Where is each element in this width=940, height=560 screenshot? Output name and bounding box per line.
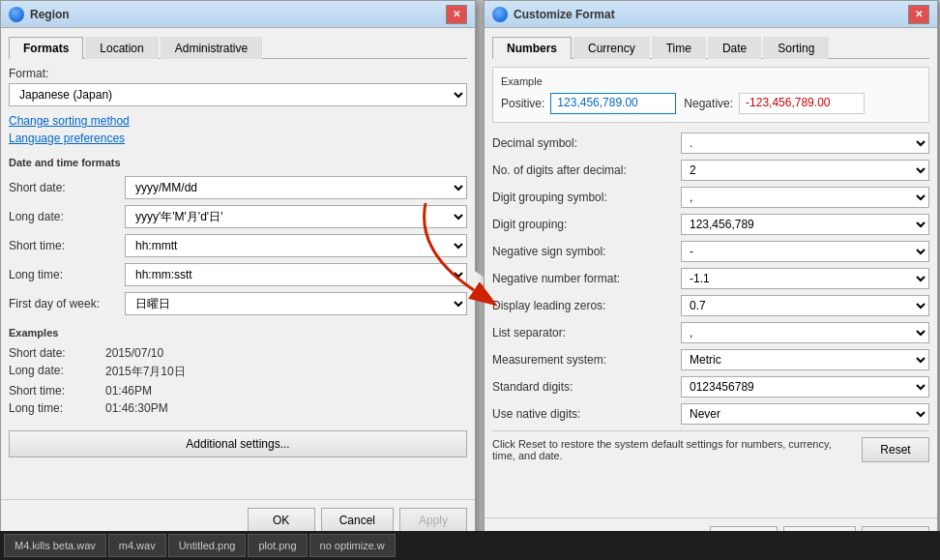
- region-close-button[interactable]: ✕: [446, 5, 467, 24]
- measurement-system-label: Measurement system:: [492, 353, 681, 367]
- region-ok-button[interactable]: OK: [248, 508, 315, 533]
- setting-native-digits: Use native digits: Never: [492, 403, 929, 425]
- long-date-label: Long date:: [9, 210, 125, 223]
- taskbar-item-2[interactable]: Untitled.png: [168, 534, 247, 557]
- leading-zeros-label: Display leading zeros:: [492, 299, 681, 312]
- tab-numbers[interactable]: Numbers: [492, 37, 572, 59]
- short-time-label: Short time:: [9, 239, 125, 252]
- measurement-system-select[interactable]: Metric: [681, 349, 929, 370]
- negative-number-format-select[interactable]: -1.1: [681, 268, 929, 289]
- tab-sorting[interactable]: Sorting: [763, 37, 829, 59]
- example-box-label: Example: [501, 75, 921, 87]
- short-time-example-value: 01:46PM: [105, 384, 467, 398]
- decimal-symbol-label: Decimal symbol:: [492, 136, 681, 150]
- example-row: Positive: 123,456,789.00 Negative: -123,…: [501, 93, 921, 114]
- format-select[interactable]: Japanese (Japan): [9, 83, 467, 106]
- long-time-example-label: Long time:: [9, 401, 105, 415]
- short-date-label: Short date:: [9, 181, 125, 194]
- tab-time[interactable]: Time: [652, 37, 706, 59]
- reset-info-section: Click Reset to restore the system defaul…: [492, 430, 929, 468]
- example-box: Example Positive: 123,456,789.00 Negativ…: [492, 67, 929, 123]
- reset-button[interactable]: Reset: [862, 437, 929, 462]
- customize-icon: [492, 7, 508, 22]
- setting-negative-number-format: Negative number format: -1.1: [492, 268, 929, 289]
- customize-title: Customize Format: [514, 8, 615, 21]
- leading-zeros-select[interactable]: 0.7: [681, 295, 929, 316]
- list-separator-label: List separator:: [492, 326, 681, 339]
- setting-negative-sign-symbol: Negative sign symbol: -: [492, 241, 929, 262]
- customize-tab-bar: Numbers Currency Time Date Sorting: [492, 36, 929, 59]
- reset-info-text: Click Reset to restore the system defaul…: [492, 438, 852, 461]
- taskbar-item-3[interactable]: plot.png: [248, 534, 307, 557]
- long-time-select[interactable]: hh:mm:sstt: [125, 263, 467, 286]
- setting-list-separator: List separator: ,: [492, 322, 929, 343]
- settings-list: Decimal symbol: . No. of digits after de…: [492, 133, 929, 425]
- first-day-label: First day of week:: [9, 297, 125, 310]
- short-date-example-label: Short date:: [9, 346, 105, 360]
- long-date-select[interactable]: yyyy'年'M'月'd'日': [125, 205, 467, 228]
- language-prefs-link[interactable]: Language preferences: [9, 132, 467, 145]
- region-title: Region: [30, 8, 70, 21]
- negative-example: Negative: -123,456,789.00: [684, 93, 865, 114]
- short-date-row: Short date: yyyy/MM/dd: [9, 176, 467, 199]
- digit-grouping-symbol-select[interactable]: ,: [681, 187, 929, 208]
- taskbar-item-1[interactable]: m4.wav: [108, 534, 166, 557]
- long-time-row: Long time: hh:mm:sstt: [9, 263, 467, 286]
- examples-label: Examples: [9, 327, 467, 339]
- tab-formats[interactable]: Formats: [9, 37, 83, 59]
- long-time-example-value: 01:46:30PM: [105, 401, 467, 415]
- positive-label: Positive:: [501, 97, 544, 110]
- tab-date[interactable]: Date: [708, 37, 761, 59]
- taskbar: M4.kills beta.wav m4.wav Untitled.png pl…: [0, 531, 940, 560]
- customize-title-bar: Customize Format ✕: [485, 1, 937, 28]
- negative-value: -123,456,789.00: [739, 93, 865, 114]
- list-separator-select[interactable]: ,: [681, 322, 929, 343]
- region-dialog: Region ✕ Formats Location Administrative…: [0, 0, 476, 542]
- long-date-row: Long date: yyyy'年'M'月'd'日': [9, 205, 467, 228]
- setting-standard-digits: Standard digits: 0123456789: [492, 376, 929, 398]
- standard-digits-label: Standard digits:: [492, 380, 681, 394]
- short-date-example-value: 2015/07/10: [105, 346, 467, 360]
- datetime-section-label: Date and time formats: [9, 157, 467, 168]
- tab-location[interactable]: Location: [85, 37, 158, 59]
- region-title-bar: Region ✕: [1, 1, 475, 28]
- digit-grouping-symbol-label: Digit grouping symbol:: [492, 191, 681, 204]
- standard-digits-select[interactable]: 0123456789: [681, 376, 929, 398]
- setting-leading-zeros: Display leading zeros: 0.7: [492, 295, 929, 316]
- long-date-example-value: 2015年7月10日: [105, 364, 467, 380]
- setting-decimal-symbol: Decimal symbol: .: [492, 133, 929, 154]
- negative-label: Negative:: [684, 97, 733, 110]
- setting-measurement-system: Measurement system: Metric: [492, 349, 929, 370]
- setting-digit-grouping: Digit grouping: 123,456,789: [492, 214, 929, 235]
- tab-administrative[interactable]: Administrative: [161, 37, 262, 59]
- decimal-symbol-select[interactable]: .: [681, 133, 929, 154]
- first-day-select[interactable]: 日曜日: [125, 292, 467, 315]
- format-label: Format:: [9, 67, 467, 80]
- short-time-select[interactable]: hh:mmtt: [125, 234, 467, 257]
- taskbar-item-4[interactable]: no optimize.w: [309, 534, 396, 557]
- negative-sign-select[interactable]: -: [681, 241, 929, 262]
- digit-grouping-label: Digit grouping:: [492, 218, 681, 231]
- short-time-row: Short time: hh:mmtt: [9, 234, 467, 257]
- customize-close-button[interactable]: ✕: [908, 5, 929, 24]
- long-time-label: Long time:: [9, 268, 125, 281]
- first-day-row: First day of week: 日曜日: [9, 292, 467, 315]
- long-date-example-label: Long date:: [9, 364, 105, 380]
- native-digits-select[interactable]: Never: [681, 403, 929, 425]
- positive-example: Positive: 123,456,789.00: [501, 93, 676, 114]
- change-sorting-link[interactable]: Change sorting method: [9, 114, 467, 128]
- region-apply-button[interactable]: Apply: [399, 508, 467, 533]
- digits-after-decimal-label: No. of digits after decimal:: [492, 163, 681, 177]
- digit-grouping-select[interactable]: 123,456,789: [681, 214, 929, 235]
- examples-section: Examples Short date: 2015/07/10 Long dat…: [9, 327, 467, 415]
- native-digits-label: Use native digits:: [492, 407, 681, 421]
- tab-currency[interactable]: Currency: [573, 37, 650, 59]
- region-tab-bar: Formats Location Administrative: [9, 36, 467, 59]
- region-cancel-button[interactable]: Cancel: [321, 508, 394, 533]
- taskbar-item-0[interactable]: M4.kills beta.wav: [4, 534, 106, 557]
- short-date-select[interactable]: yyyy/MM/dd: [125, 176, 467, 199]
- negative-number-format-label: Negative number format:: [492, 272, 681, 285]
- digits-after-decimal-select[interactable]: 2: [681, 160, 929, 181]
- additional-settings-button[interactable]: Additional settings...: [9, 430, 467, 457]
- region-icon: [9, 7, 24, 22]
